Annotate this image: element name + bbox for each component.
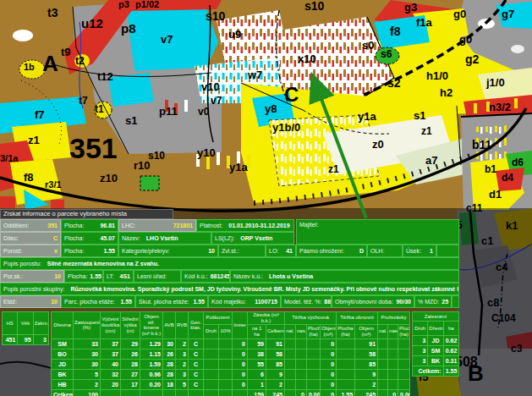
majitel-field: Majitel:	[296, 219, 459, 245]
table-cell	[204, 349, 219, 359]
table-cell: C	[189, 379, 204, 389]
table-cell	[285, 389, 296, 396]
panel-field: Pásmo ohrožení:D	[296, 245, 367, 257]
table-cell: 30	[163, 338, 176, 349]
map-label: d4	[502, 173, 513, 183]
table-cell	[296, 359, 307, 369]
table-cell	[219, 379, 233, 389]
table-cell: 37	[101, 349, 121, 359]
table-cell: 0.20	[140, 379, 163, 389]
table-cell	[388, 338, 398, 349]
table-cell: 2	[176, 359, 189, 369]
map-label: f8	[390, 25, 400, 37]
table-cell	[398, 379, 410, 389]
table-cell: 58	[266, 349, 285, 359]
map-label: y8	[265, 103, 277, 114]
map-label: A	[42, 52, 58, 74]
table-cell	[219, 369, 233, 379]
map-label: 1b	[24, 63, 35, 72]
table-cell: BK	[52, 369, 74, 379]
panel-field: Lesní úřad:	[134, 270, 181, 283]
table-cell: 245	[355, 389, 378, 396]
table-cell: 38	[248, 349, 266, 359]
table-cell: 32	[101, 369, 121, 379]
table-cell	[337, 369, 355, 379]
table-cell: 0.00	[398, 389, 410, 396]
table-cell	[219, 389, 233, 396]
table-cell: 1.59	[140, 359, 163, 369]
table-cell	[296, 349, 307, 359]
table-cell: 40	[101, 359, 121, 369]
table-cell	[219, 338, 233, 349]
table-cell	[204, 379, 219, 389]
tooltip: Získat informace o parcele vybraného mís…	[0, 209, 173, 219]
map-label: x10	[298, 53, 316, 64]
map-label: s1	[125, 115, 137, 126]
table-cell	[285, 349, 296, 359]
panel-field: Plocha:1.55	[64, 270, 103, 283]
table-cell: 18	[163, 379, 176, 389]
map-label: y1a	[358, 111, 376, 122]
table-cell: 91	[355, 338, 378, 349]
table-cell	[378, 369, 388, 379]
table-cell	[204, 389, 219, 396]
map-label: s10	[148, 151, 165, 161]
table-cell	[101, 389, 121, 396]
map-label: t7	[79, 96, 88, 106]
panel-field: Plocha:96.81	[61, 219, 118, 232]
panel-field	[452, 295, 459, 308]
panel-field: LS(LZ):ORP Vsetín	[211, 232, 294, 245]
panel-field: Úsek:1	[403, 245, 436, 257]
map-label: p8	[121, 22, 136, 35]
table-cell: 3	[176, 349, 189, 359]
table-cell: 20	[101, 379, 121, 389]
map-label: y1a	[229, 162, 248, 173]
table-cell: 0	[321, 359, 337, 369]
table-cell	[378, 359, 388, 369]
map-label: C	[284, 85, 299, 105]
table-cell: HB	[52, 379, 74, 389]
table-cell: 37	[101, 338, 121, 349]
table-cell	[219, 349, 233, 359]
panel-field: Popis porostní skupiny:Různověká kmenovi…	[0, 283, 459, 295]
table-cell: 0	[321, 338, 337, 349]
map-label: g3	[404, 2, 417, 13]
map-label: z1	[421, 126, 432, 136]
map-label: t1	[95, 104, 104, 114]
table-cell	[307, 369, 321, 379]
table-cell: 1.55	[337, 389, 355, 396]
panel-field: Oddělení:351	[0, 219, 61, 232]
map-label: v7	[161, 34, 173, 45]
table-cell	[398, 338, 410, 349]
map-label: t9	[61, 47, 71, 58]
panel-field: Model. těž. %:88	[281, 295, 332, 308]
panel-field: Kód k.ú.:681245	[181, 270, 230, 283]
map-label: v0	[198, 107, 209, 117]
map-label: s1	[414, 110, 425, 121]
table-cell: 26	[163, 349, 176, 359]
table-cell: 0	[321, 379, 337, 389]
map-label: s0	[362, 40, 374, 51]
map-label: z1	[328, 164, 339, 174]
map-label: y10	[197, 147, 216, 158]
table-cell	[388, 369, 398, 379]
table-cell: 2	[266, 379, 285, 389]
panel-field: % MZD:25	[414, 295, 452, 308]
table-cell: 0	[233, 379, 248, 389]
panel-field: Zvl.st.:	[218, 245, 266, 257]
panel-field	[436, 245, 459, 257]
zalesneni-table: ZalesněníDruhDřevinaha3JD0.623SM0.623BK0…	[412, 311, 459, 377]
panel-field: Název:LHO Vsetín	[118, 232, 211, 245]
map-label: s6	[381, 49, 392, 59]
map-label: u12	[81, 17, 103, 30]
map-label: s10	[206, 10, 225, 22]
panel-field: Etáž:10	[0, 295, 61, 308]
table-cell: 30	[74, 359, 101, 369]
panel-field: Obmýtí/obnovní doba:90/30	[332, 295, 414, 308]
table-cell	[378, 338, 388, 349]
table-cell: 6	[248, 369, 266, 379]
table-cell: 5	[74, 369, 101, 379]
table-cell	[307, 379, 321, 389]
map-label: z10	[100, 173, 118, 184]
table-cell	[233, 389, 248, 396]
